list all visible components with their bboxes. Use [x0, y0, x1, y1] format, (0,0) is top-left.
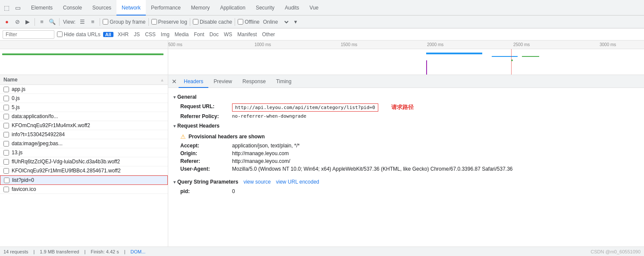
- filter-input[interactable]: [3, 30, 54, 39]
- file-list-item[interactable]: flUhRq6tzZclQEJ-Vdg-luiaDsNc.d3a4b3b.wof…: [0, 157, 168, 166]
- tab-item-network[interactable]: Network: [116, 0, 146, 16]
- file-list-header-name: Name: [3, 77, 18, 83]
- search-network-button[interactable]: 🔍: [48, 18, 57, 26]
- file-list-item[interactable]: 0.js: [0, 94, 168, 103]
- inspect-icon[interactable]: ⬚: [2, 3, 11, 12]
- detail-tab-response[interactable]: Response: [237, 75, 271, 88]
- view-source-link[interactable]: view source: [243, 179, 270, 185]
- disable-cache-label[interactable]: Disable cache: [193, 19, 232, 25]
- offline-checkbox[interactable]: [238, 19, 243, 25]
- filter-type-doc[interactable]: Doc: [208, 31, 220, 37]
- request-url-row: Request URL: http://api.leyou.com/api/it…: [173, 103, 639, 112]
- provisional-warning-text: Provisional headers are shown: [188, 134, 265, 140]
- file-list-item[interactable]: KFOlCnqEu92Fr1MmEU9fBBc4.2854671.woff2: [0, 166, 168, 175]
- request-header-row: User-Agent:Mozilla/5.0 (Windows NT 10.0;…: [173, 165, 639, 173]
- tab-item-performance[interactable]: Performance: [146, 0, 186, 16]
- qs-param-value: 0: [232, 188, 235, 194]
- disable-cache-checkbox[interactable]: [193, 19, 198, 25]
- timeline-graph-left: [0, 49, 168, 75]
- group-by-frame-text: Group by frame: [110, 19, 145, 25]
- tab-item-vue[interactable]: Vue: [305, 0, 324, 16]
- filter-type-manifest[interactable]: Manifest: [236, 31, 258, 37]
- qs-arrow: ▾: [173, 180, 176, 184]
- stop-button[interactable]: ⊘: [13, 18, 22, 26]
- timeline-area: 500 ms 1000 ms 1500 ms 2000 ms 2500 ms 3…: [0, 41, 644, 75]
- preserve-log-label[interactable]: Preserve log: [151, 19, 187, 25]
- hide-data-urls-label[interactable]: Hide data URLs: [57, 31, 101, 37]
- file-list-item[interactable]: KFOmCnqEu92Fr1Mu4mxK.woff2: [0, 121, 168, 130]
- request-header-row: Origin:http://manage.leyou.com: [173, 150, 639, 157]
- file-checkbox-7[interactable]: [3, 150, 9, 156]
- tab-item-audits[interactable]: Audits: [280, 0, 304, 16]
- record-button[interactable]: ●: [3, 18, 11, 26]
- filter-type-font[interactable]: Font: [192, 31, 206, 37]
- file-checkbox-5[interactable]: [3, 132, 9, 137]
- file-checkbox-8[interactable]: [3, 159, 9, 165]
- file-list-item[interactable]: list?pid=0: [0, 175, 168, 185]
- query-string-section-title[interactable]: ▾ Query String Parameters: [173, 176, 238, 187]
- file-list-item[interactable]: info?t=1530425492284: [0, 130, 168, 139]
- filter-type-img[interactable]: Img: [159, 31, 171, 37]
- request-url-label: Request URL:: [180, 103, 232, 112]
- file-list-item[interactable]: 5.js: [0, 103, 168, 112]
- toolbar-divider-1: [35, 18, 35, 26]
- filter-type-other[interactable]: Other: [261, 31, 277, 37]
- file-checkbox-6[interactable]: [3, 141, 9, 147]
- detail-tab-headers[interactable]: Headers: [179, 75, 208, 88]
- file-checkbox-3[interactable]: [3, 114, 9, 119]
- header-label: Origin:: [180, 150, 232, 156]
- close-detail-button[interactable]: ✕: [170, 77, 179, 86]
- filter-type-media[interactable]: Media: [173, 31, 191, 37]
- timeline-ruler-left: [0, 41, 168, 49]
- request-url-annotation: 请求路径: [391, 103, 414, 112]
- filter-type-js[interactable]: JS: [132, 31, 141, 37]
- tab-item-elements[interactable]: Elements: [26, 0, 58, 16]
- file-checkbox-4[interactable]: [3, 123, 9, 128]
- ruler-mark-500: 500 ms: [168, 42, 182, 47]
- file-checkbox-9[interactable]: [3, 168, 9, 174]
- request-url-value: http://api.leyou.com/api/item/category/l…: [232, 103, 378, 112]
- file-list-item[interactable]: favicon.ico: [0, 185, 168, 194]
- device-icon[interactable]: ▭: [13, 3, 22, 12]
- toolbar-divider-5: [190, 18, 190, 26]
- throttle-dropdown-icon[interactable]: ▾: [292, 18, 300, 26]
- file-checkbox-10[interactable]: [4, 178, 9, 183]
- group-by-frame-label[interactable]: Group by frame: [103, 19, 145, 25]
- file-list-item[interactable]: 13.js: [0, 148, 168, 157]
- request-headers-section-title[interactable]: ▾ Request Headers: [173, 120, 639, 131]
- tab-item-memory[interactable]: Memory: [186, 0, 215, 16]
- file-list-item[interactable]: data:image/jpeg;bas...: [0, 139, 168, 148]
- file-list-item[interactable]: app.js: [0, 85, 168, 94]
- filter-type-css[interactable]: CSS: [143, 31, 157, 37]
- hide-data-urls-checkbox[interactable]: [57, 31, 63, 37]
- status-dom[interactable]: DOM...: [131, 249, 146, 254]
- filter-type-ws[interactable]: WS: [222, 31, 234, 37]
- filter-type-xhr[interactable]: XHR: [116, 31, 130, 37]
- view-url-encoded-link[interactable]: view URL encoded: [276, 179, 319, 185]
- filter-toggle-button[interactable]: ≡: [38, 18, 46, 26]
- tab-item-sources[interactable]: Sources: [87, 0, 116, 16]
- warning-icon: ⚠: [180, 133, 186, 140]
- file-list-item[interactable]: data:application/fo...: [0, 112, 168, 121]
- view-mode-waterfall[interactable]: ≡: [88, 18, 97, 26]
- general-section-title[interactable]: ▾ General: [173, 91, 639, 103]
- detail-panel: ✕ HeadersPreviewResponseTiming ▾ General…: [168, 75, 644, 247]
- file-checkbox-2[interactable]: [3, 105, 9, 110]
- throttle-select[interactable]: Online Slow 3G Fast 3G: [261, 19, 290, 25]
- tab-item-console[interactable]: Console: [58, 0, 87, 16]
- general-title-text: General: [177, 94, 197, 100]
- file-checkbox-11[interactable]: [3, 187, 9, 192]
- view-mode-list[interactable]: ☰: [78, 18, 87, 26]
- file-list: Name ▲ app.js0.js5.jsdata:application/fo…: [0, 75, 168, 247]
- tab-item-security[interactable]: Security: [251, 0, 280, 16]
- preserve-log-checkbox[interactable]: [151, 19, 157, 25]
- group-by-frame-checkbox[interactable]: [103, 19, 108, 25]
- detail-tab-timing[interactable]: Timing: [271, 75, 297, 88]
- offline-label[interactable]: Offline: [238, 19, 259, 25]
- tab-item-application[interactable]: Application: [215, 0, 251, 16]
- camera-button[interactable]: ▶: [23, 18, 32, 26]
- all-filter-badge[interactable]: All: [103, 32, 113, 37]
- detail-tab-preview[interactable]: Preview: [208, 75, 237, 88]
- file-checkbox-0[interactable]: [3, 87, 9, 92]
- file-checkbox-1[interactable]: [3, 96, 9, 101]
